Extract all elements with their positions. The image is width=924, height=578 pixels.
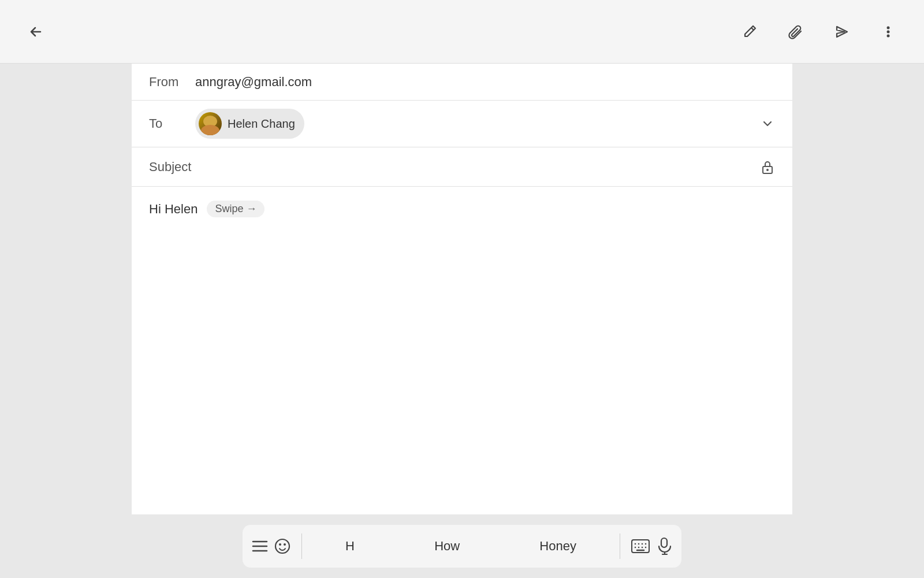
- swipe-label: Swipe →: [215, 203, 256, 215]
- recipient-chip[interactable]: Helen Chang: [195, 109, 304, 139]
- suggestion-h[interactable]: H: [338, 535, 362, 557]
- svg-point-1: [887, 30, 890, 33]
- body-area[interactable]: Hi Helen Swipe →: [132, 187, 792, 538]
- svg-point-20: [284, 543, 286, 546]
- subject-input[interactable]: [207, 160, 760, 175]
- from-row: From anngray@gmail.com: [132, 64, 792, 101]
- top-bar: [0, 0, 924, 64]
- suggestion-words: H How Honey: [305, 535, 616, 557]
- emoji-button[interactable]: [274, 538, 291, 555]
- mic-button[interactable]: [656, 537, 672, 555]
- recipient-name: Helen Chang: [228, 117, 295, 131]
- pen-button[interactable]: [737, 19, 762, 45]
- left-sidebar: [0, 64, 132, 578]
- compose-area: From anngray@gmail.com To Helen Chang Su: [132, 64, 792, 578]
- swipe-suggestion[interactable]: Swipe →: [207, 201, 264, 217]
- send-button[interactable]: [829, 19, 855, 45]
- menu-button[interactable]: [252, 539, 268, 553]
- subject-row: Subject: [132, 147, 792, 187]
- attach-button[interactable]: [783, 19, 808, 45]
- suggestion-how[interactable]: How: [427, 535, 467, 557]
- body-text-content: Hi Helen: [149, 202, 198, 217]
- top-bar-right: [737, 19, 901, 45]
- subject-label: Subject: [149, 160, 207, 175]
- top-bar-left: [23, 19, 49, 45]
- from-email: anngray@gmail.com: [195, 75, 775, 90]
- to-row: To Helen Chang: [132, 101, 792, 147]
- main-area: From anngray@gmail.com To Helen Chang Su: [0, 64, 924, 578]
- email-form: From anngray@gmail.com To Helen Chang Su: [132, 64, 792, 578]
- keyboard-button[interactable]: [631, 539, 650, 554]
- more-button[interactable]: [875, 19, 901, 45]
- svg-point-19: [279, 543, 281, 546]
- recipient-avatar: [199, 112, 222, 135]
- to-label: To: [149, 116, 195, 131]
- svg-point-18: [275, 539, 289, 553]
- right-divider: [620, 533, 620, 559]
- lock-icon: [760, 159, 775, 175]
- svg-point-2: [887, 34, 890, 37]
- svg-rect-31: [661, 538, 667, 547]
- suggestion-bar: H How Honey: [243, 525, 681, 568]
- suggest-right-icons: [624, 537, 672, 555]
- right-sidebar: [792, 64, 924, 578]
- suggestion-honey[interactable]: Honey: [532, 535, 583, 557]
- body-content: Hi Helen Swipe →: [149, 201, 775, 217]
- to-expand-button[interactable]: [760, 116, 775, 131]
- back-button[interactable]: [23, 19, 49, 45]
- suggest-left-icons: [252, 538, 298, 555]
- left-divider: [301, 533, 302, 559]
- keyboard-bar: H How Honey: [0, 514, 924, 578]
- svg-point-4: [766, 169, 769, 171]
- from-label: From: [149, 75, 195, 90]
- svg-point-0: [887, 26, 890, 29]
